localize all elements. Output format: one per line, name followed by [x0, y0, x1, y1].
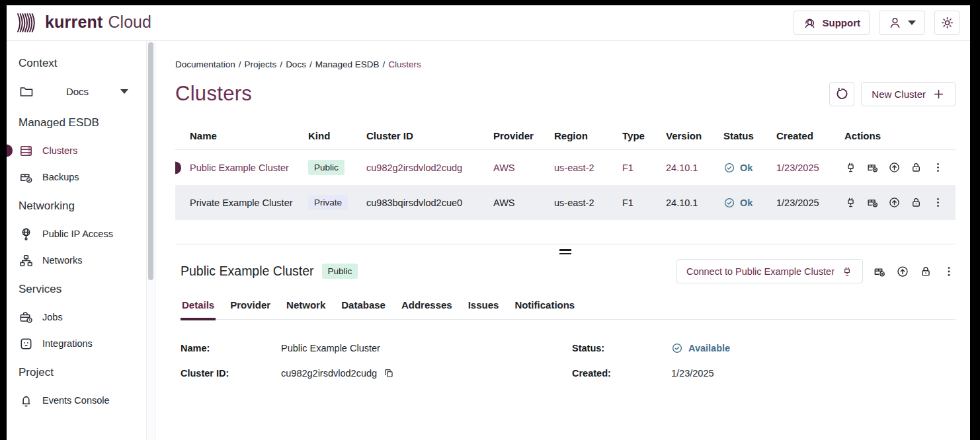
bell-icon: [19, 393, 34, 408]
lock-icon[interactable]: [910, 196, 922, 209]
sidebar-item-label: Public IP Access: [42, 229, 113, 239]
person-icon: [888, 16, 902, 30]
check-circle-icon: [723, 197, 735, 209]
circle-up-arrow-icon[interactable]: [888, 161, 901, 174]
rotate-left-icon: [835, 87, 849, 101]
panel-kind-badge: Public: [322, 264, 358, 279]
circle-up-arrow-icon[interactable]: [896, 265, 909, 278]
sidebar-section-services: Services: [7, 283, 155, 296]
cluster-detail-panel: Public Example Cluster Public Connect to…: [175, 259, 956, 379]
breadcrumb-item[interactable]: Docs: [286, 59, 306, 69]
breadcrumb-separator: /: [382, 59, 385, 69]
tab-addresses[interactable]: Addresses: [400, 295, 454, 319]
lock-icon[interactable]: [910, 161, 922, 174]
circle-up-arrow-icon[interactable]: [888, 196, 901, 209]
chevron-down-icon: [908, 20, 916, 25]
connect-icon[interactable]: [844, 196, 857, 209]
copy-icon[interactable]: [384, 368, 394, 379]
app-frame: kurrent Cloud Support: [7, 5, 970, 440]
table-row[interactable]: Private Example Cluster Private cu983bqi…: [175, 185, 956, 220]
resize-drag-handle[interactable]: [559, 249, 571, 256]
sidebar: Context Docs Managed ESDB: [7, 41, 155, 440]
cell-name: Private Example Cluster: [175, 198, 308, 208]
page-title: Clusters: [175, 82, 252, 106]
brand-name: kurrent: [45, 13, 103, 32]
top-header: kurrent Cloud Support: [7, 5, 970, 41]
breadcrumb-item[interactable]: Projects: [245, 59, 277, 69]
field-label-cluster-id: Cluster ID:: [181, 368, 281, 379]
context-value: Docs: [43, 86, 112, 97]
user-menu-button[interactable]: [879, 11, 925, 35]
tab-database[interactable]: Database: [340, 295, 387, 319]
connect-to-cluster-button[interactable]: Connect to Public Example Cluster: [676, 259, 863, 283]
sidebar-item-integrations[interactable]: Integrations: [7, 330, 155, 357]
kebab-menu-icon[interactable]: [932, 161, 944, 174]
sidebar-scrollbar[interactable]: [146, 41, 154, 440]
backup-add-icon[interactable]: [873, 265, 886, 278]
field-value-status: Available: [688, 343, 730, 353]
kurrent-cloud-logo[interactable]: kurrent Cloud: [16, 13, 151, 33]
sidebar-item-clusters[interactable]: Clusters: [7, 137, 155, 164]
breadcrumb-separator: /: [309, 59, 312, 69]
status-badge: Ok: [740, 198, 753, 208]
refresh-button[interactable]: [829, 82, 854, 106]
kebab-menu-icon[interactable]: [932, 196, 944, 209]
breadcrumb-item-current: Clusters: [388, 59, 421, 69]
sidebar-item-jobs[interactable]: Jobs: [7, 304, 155, 330]
sidebar-item-label: Events Console: [42, 395, 110, 406]
sidebar-item-label: Jobs: [42, 312, 63, 322]
sidebar-item-label: Networks: [42, 255, 82, 266]
tab-provider[interactable]: Provider: [229, 295, 272, 319]
sidebar-item-networks[interactable]: Networks: [7, 247, 155, 274]
breadcrumb-separator: /: [280, 59, 282, 69]
connect-icon[interactable]: [844, 161, 857, 174]
details-fields: Name: Public Example Cluster Status: Ava…: [181, 342, 956, 379]
context-selector[interactable]: Docs: [7, 78, 155, 104]
backup-add-icon[interactable]: [866, 161, 879, 174]
breadcrumb: Documentation/Projects/Docs/Managed ESDB…: [175, 59, 956, 69]
tab-details[interactable]: Details: [181, 295, 216, 319]
column-header-kind: Kind: [308, 130, 366, 141]
tab-notifications[interactable]: Notifications: [513, 295, 576, 319]
cell-region: us-east-2: [554, 198, 622, 208]
brand-suffix: Cloud: [108, 13, 151, 32]
sidebar-item-backups[interactable]: Backups: [7, 164, 155, 190]
sound-waves-icon: [16, 13, 40, 33]
field-label-created: Created:: [572, 368, 671, 379]
tab-network[interactable]: Network: [285, 295, 327, 319]
lock-icon[interactable]: [919, 265, 932, 278]
cell-provider: AWS: [493, 163, 554, 173]
backup-add-icon[interactable]: [866, 196, 879, 209]
new-cluster-label: New Cluster: [872, 89, 926, 100]
sidebar-item-label: Backups: [42, 172, 79, 182]
sidebar-scrollbar-thumb[interactable]: [148, 42, 153, 280]
sun-icon: [940, 16, 954, 30]
new-cluster-button[interactable]: New Cluster: [861, 82, 956, 106]
support-button[interactable]: Support: [794, 11, 870, 35]
table-row[interactable]: Public Example Cluster Public cu982g2irs…: [175, 150, 956, 185]
check-circle-icon: [723, 162, 735, 174]
breadcrumb-separator: /: [239, 59, 241, 69]
breadcrumb-item[interactable]: Managed ESDB: [315, 59, 380, 69]
theme-toggle-button[interactable]: [934, 11, 960, 35]
breadcrumb-item[interactable]: Documentation: [175, 59, 235, 69]
field-label-name: Name:: [181, 343, 281, 353]
kind-badge: Private: [308, 195, 348, 210]
cell-region: us-east-2: [554, 163, 622, 173]
plug-icon: [841, 266, 853, 277]
kebab-menu-icon[interactable]: [942, 265, 956, 278]
cell-created: 1/23/2025: [776, 198, 837, 208]
column-header-created: Created: [776, 130, 837, 141]
sidebar-item-events-console[interactable]: Events Console: [7, 387, 155, 414]
sidebar-section-networking: Networking: [7, 200, 155, 213]
column-header-region: Region: [554, 130, 622, 141]
box-check-icon: [19, 170, 34, 185]
sidebar-item-public-ip-access[interactable]: Public IP Access: [7, 221, 155, 247]
active-indicator: [7, 145, 13, 157]
briefcase-clock-icon: [19, 310, 34, 325]
status-badge: Ok: [740, 163, 753, 173]
cell-name: Public Example Cluster: [175, 163, 308, 173]
column-header-provider: Provider: [493, 130, 554, 141]
tab-issues[interactable]: Issues: [467, 295, 501, 319]
folder-icon: [19, 83, 34, 99]
